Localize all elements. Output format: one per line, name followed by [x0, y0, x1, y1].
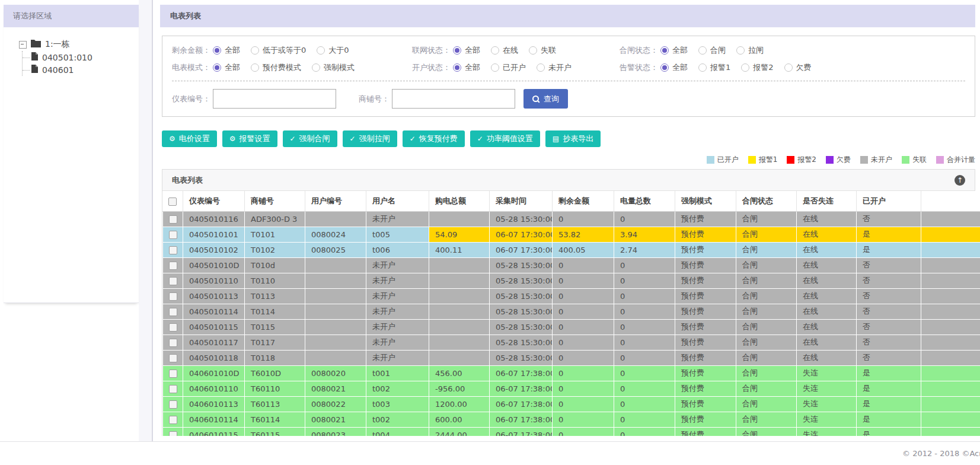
toolbar-button[interactable]: ⚙电价设置 — [162, 130, 217, 147]
radio-option[interactable]: 大于0 — [317, 45, 349, 56]
table-cell — [305, 257, 366, 273]
filter-group: 开户状态：全部已开户未开户 — [412, 62, 620, 73]
table-cell — [429, 335, 490, 350]
radio-icon[interactable] — [312, 63, 320, 72]
row-checkbox[interactable] — [169, 231, 177, 239]
table-cell: 合闸 — [736, 427, 797, 436]
table-cell: 0406010113 — [183, 396, 245, 412]
row-checkbox[interactable] — [169, 292, 177, 301]
table-cell: 0 — [553, 396, 614, 412]
radio-icon[interactable] — [213, 63, 221, 72]
select-all-checkbox[interactable] — [168, 198, 177, 206]
radio-icon[interactable] — [660, 63, 669, 72]
doc-icon: ▤ — [553, 135, 559, 142]
row-checkbox[interactable] — [169, 354, 177, 362]
radio-icon[interactable] — [491, 46, 499, 55]
radio-option-label: 全部 — [465, 62, 480, 73]
tree-child-label[interactable]: 040601 — [42, 65, 74, 75]
row-checkbox[interactable] — [169, 400, 177, 409]
tree-child-label[interactable]: 040501:010 — [42, 53, 92, 62]
radio-icon[interactable] — [741, 63, 749, 72]
table-cell: T0115 — [245, 319, 305, 335]
radio-option[interactable]: 报警1 — [698, 62, 730, 73]
meter-no-input[interactable] — [213, 89, 336, 109]
row-checkbox[interactable] — [169, 370, 177, 378]
table-cell: 未开户 — [366, 304, 429, 319]
radio-option[interactable]: 全部 — [453, 45, 480, 56]
toolbar-button[interactable]: ✓恢复预付费 — [403, 130, 465, 147]
row-select-cell — [163, 257, 183, 273]
row-checkbox[interactable] — [169, 246, 177, 254]
radio-icon[interactable] — [698, 63, 707, 72]
radio-option[interactable]: 全部 — [660, 62, 688, 73]
toolbar-button[interactable]: ⚙报警设置 — [222, 130, 277, 147]
legend-label: 合并计量 — [947, 155, 975, 165]
table-cell: 合闸 — [736, 365, 797, 381]
radio-option[interactable]: 全部 — [660, 45, 688, 56]
radio-option[interactable]: 失联 — [529, 45, 556, 56]
radio-icon[interactable] — [251, 63, 259, 72]
check-icon: ✓ — [410, 135, 416, 142]
radio-icon[interactable] — [213, 46, 221, 55]
row-checkbox[interactable] — [169, 262, 177, 270]
radio-icon[interactable] — [529, 46, 537, 55]
radio-icon[interactable] — [453, 46, 461, 55]
row-checkbox[interactable] — [169, 431, 177, 436]
toolbar-button[interactable]: ✓强制拉闸 — [343, 130, 397, 147]
status-legend: 已开户报警1报警2欠费未开户失联合并计量 — [162, 155, 975, 165]
table-cell: T010d — [245, 257, 305, 273]
tree-child-node[interactable]: 040501:010 — [23, 51, 139, 63]
row-select-cell — [163, 211, 183, 227]
radio-option[interactable]: 低于或等于0 — [251, 45, 306, 56]
radio-icon[interactable] — [317, 46, 325, 55]
tree-root-label[interactable]: 1:一栋 — [45, 39, 70, 50]
radio-option[interactable]: 合闸 — [698, 45, 726, 56]
radio-option[interactable]: 已开户 — [491, 62, 526, 73]
radio-option[interactable]: 预付费模式 — [251, 62, 301, 73]
toolbar-button[interactable]: ▤抄表导出 — [545, 130, 601, 147]
table-cell: t004 — [366, 427, 429, 436]
radio-option[interactable]: 在线 — [491, 45, 518, 56]
table-cell: 在线 — [797, 211, 857, 227]
table-cell: 预付费 — [675, 381, 736, 396]
radio-icon[interactable] — [698, 46, 707, 55]
radio-icon[interactable] — [537, 63, 545, 72]
filter-group: 剩余金额：全部低于或等于0大于0 — [172, 45, 412, 56]
row-checkbox[interactable] — [169, 323, 177, 332]
row-checkbox[interactable] — [169, 277, 177, 285]
radio-icon[interactable] — [453, 63, 461, 72]
toolbar-button[interactable]: ✓功率阈值设置 — [470, 130, 540, 147]
radio-icon[interactable] — [660, 46, 669, 55]
radio-option[interactable]: 未开户 — [537, 62, 572, 73]
table-row: 0405010115T0115未开户05-28 15:30:0000预付费合闸在… — [163, 319, 980, 335]
radio-option[interactable]: 全部 — [453, 62, 480, 73]
radio-option[interactable]: 全部 — [213, 62, 240, 73]
row-checkbox[interactable] — [169, 308, 177, 316]
radio-icon[interactable] — [784, 63, 793, 72]
table-row: 0405010116ADF300-D 3未开户05-28 15:30:0000预… — [163, 211, 980, 227]
table-cell: 0 — [553, 350, 614, 365]
table-cell: 在线 — [797, 319, 857, 335]
radio-icon[interactable] — [491, 63, 499, 72]
shop-no-input[interactable] — [392, 89, 515, 109]
radio-option[interactable]: 强制模式 — [312, 62, 355, 73]
legend-swatch — [787, 156, 794, 164]
row-checkbox[interactable] — [169, 385, 177, 393]
radio-option[interactable]: 欠费 — [784, 62, 812, 73]
radio-option[interactable]: 拉闸 — [736, 45, 764, 56]
row-checkbox[interactable] — [169, 215, 177, 224]
radio-icon[interactable] — [736, 46, 745, 55]
tree-child-node[interactable]: 040601 — [23, 63, 139, 76]
toolbar-button[interactable]: ✓强制合闸 — [283, 130, 337, 147]
table-row: 040601010DT6010D0080020t001456.0006-07 1… — [163, 365, 980, 381]
sidebar-splitter[interactable] — [152, 0, 153, 442]
radio-option[interactable]: 报警2 — [741, 62, 773, 73]
row-checkbox[interactable] — [169, 339, 177, 347]
collapse-up-icon[interactable]: ↑ — [955, 175, 965, 186]
radio-icon[interactable] — [251, 46, 259, 55]
tree-collapse-icon[interactable] — [19, 41, 27, 49]
search-button[interactable]: 查询 — [523, 89, 568, 109]
tree-root-node[interactable]: 1:一栋 — [19, 39, 139, 50]
radio-option[interactable]: 全部 — [213, 45, 240, 56]
row-checkbox[interactable] — [169, 416, 177, 424]
